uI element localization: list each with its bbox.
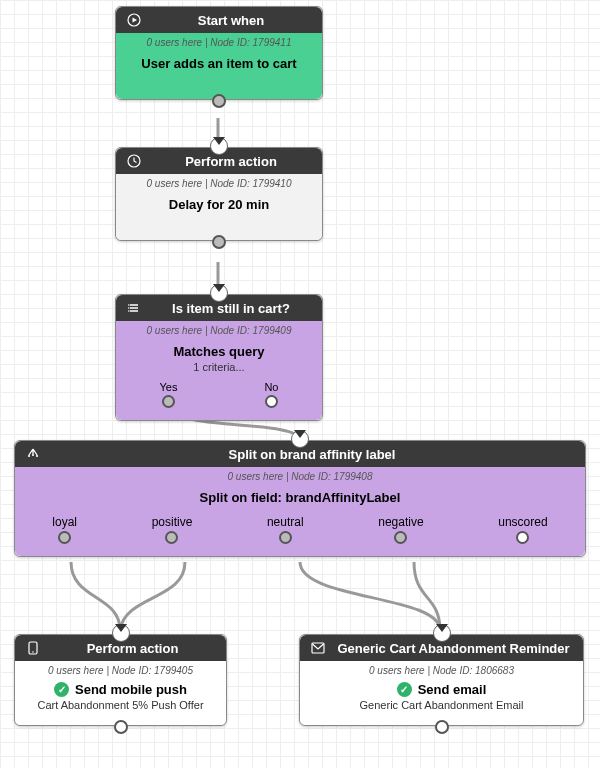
- svg-point-3: [128, 304, 130, 306]
- node-split-brand-affinity[interactable]: Split on brand affinity label 0 users he…: [14, 440, 586, 557]
- svg-point-4: [128, 307, 130, 309]
- branch-positive[interactable]: positive: [152, 515, 193, 544]
- split-icon: [25, 446, 41, 462]
- port-out[interactable]: [114, 720, 128, 734]
- mail-icon: [310, 640, 326, 656]
- branch-neutral[interactable]: neutral: [267, 515, 304, 544]
- mobile-icon: [25, 640, 41, 656]
- branch-loyal[interactable]: loyal: [52, 515, 77, 544]
- node-title: Split on brand affinity label: [49, 447, 575, 462]
- svg-point-7: [36, 455, 38, 457]
- svg-point-8: [32, 454, 34, 456]
- port-in[interactable]: [115, 626, 127, 632]
- clock-icon: [126, 153, 142, 169]
- port-out[interactable]: [435, 720, 449, 734]
- node-meta: 0 users here | Node ID: 1799411: [116, 33, 322, 50]
- branch-unscored[interactable]: unscored: [498, 515, 547, 544]
- node-title: Perform action: [49, 641, 216, 656]
- node-filter-still-in-cart[interactable]: Is item still in cart? 0 users here | No…: [115, 294, 323, 421]
- node-title: Generic Cart Abandonment Reminder: [334, 641, 573, 656]
- branch-yes[interactable]: Yes: [159, 381, 177, 408]
- node-meta: 0 users here | Node ID: 1799410: [116, 174, 322, 191]
- check-icon: ✓: [397, 682, 412, 697]
- node-action: Send mobile push: [75, 682, 187, 697]
- node-action-push[interactable]: Perform action 0 users here | Node ID: 1…: [14, 634, 227, 726]
- svg-point-6: [28, 455, 30, 457]
- node-start[interactable]: Start when 0 users here | Node ID: 17994…: [115, 6, 323, 100]
- check-icon: ✓: [54, 682, 69, 697]
- node-extra: 1 criteria...: [116, 361, 322, 381]
- port-in[interactable]: [294, 432, 306, 438]
- branch-no[interactable]: No: [264, 381, 278, 408]
- node-action-email[interactable]: Generic Cart Abandonment Reminder 0 user…: [299, 634, 584, 726]
- node-delay[interactable]: Perform action 0 users here | Node ID: 1…: [115, 147, 323, 241]
- node-action: Send email: [418, 682, 487, 697]
- node-meta: 0 users here | Node ID: 1799405: [15, 661, 226, 678]
- port-in[interactable]: [213, 139, 225, 145]
- list-icon: [126, 300, 142, 316]
- node-meta: 0 users here | Node ID: 1799409: [116, 321, 322, 338]
- port-out[interactable]: [212, 235, 226, 249]
- node-title: Start when: [150, 13, 312, 28]
- node-meta: 0 users here | Node ID: 1799408: [15, 467, 585, 484]
- port-out[interactable]: [212, 94, 226, 108]
- node-meta: 0 users here | Node ID: 1806683: [300, 661, 583, 678]
- node-title: Perform action: [150, 154, 312, 169]
- play-icon: [126, 12, 142, 28]
- node-title: Is item still in cart?: [150, 301, 312, 316]
- svg-point-10: [32, 651, 34, 653]
- node-main: Matches query: [116, 338, 322, 361]
- node-main: Delay for 20 min: [116, 191, 322, 240]
- node-main: User adds an item to cart: [116, 50, 322, 99]
- svg-point-5: [128, 310, 130, 312]
- node-main: Split on field: brandAffinityLabel: [15, 484, 585, 515]
- port-in[interactable]: [436, 626, 448, 632]
- port-in[interactable]: [213, 286, 225, 292]
- branch-negative[interactable]: negative: [378, 515, 423, 544]
